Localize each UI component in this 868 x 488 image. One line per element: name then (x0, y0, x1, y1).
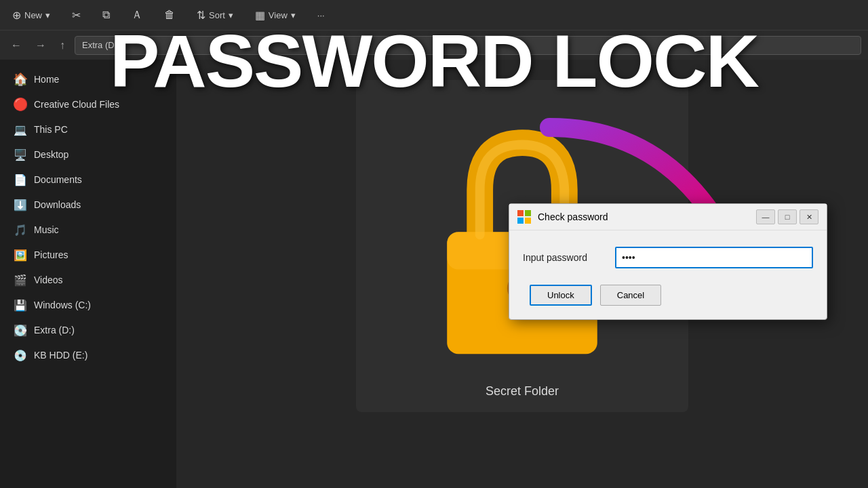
sidebar-label-this-pc: This PC (34, 124, 68, 135)
extra-d-icon: 💽 (14, 323, 27, 337)
sidebar-label-downloads: Downloads (34, 199, 81, 210)
cut-icon: ✂ (72, 9, 81, 22)
forward-button[interactable]: → (31, 37, 50, 54)
svg-rect-8 (525, 218, 531, 224)
sidebar-item-videos[interactable]: 🎬 Videos (3, 268, 174, 292)
svg-rect-7 (517, 218, 524, 224)
sort-button[interactable]: ⇅ Sort ▾ (191, 6, 239, 24)
sidebar-item-music[interactable]: 🎵 Music (3, 218, 174, 242)
view-icon: ▦ (255, 9, 265, 22)
sidebar-label-home: Home (34, 74, 59, 85)
dialog-body: Input password Unlock Cancel (509, 230, 827, 319)
new-icon: ⊕ (12, 9, 21, 22)
sidebar-label-extra-d: Extra (D:) (34, 325, 75, 336)
sidebar-item-desktop[interactable]: 🖥️ Desktop (3, 142, 174, 167)
password-input[interactable] (615, 247, 813, 268)
svg-rect-6 (525, 210, 531, 216)
this-pc-icon: 💻 (14, 123, 27, 136)
sidebar-label-videos: Videos (34, 274, 63, 285)
password-label: Input password (523, 252, 604, 263)
sidebar-item-this-pc[interactable]: 💻 This PC (3, 117, 174, 142)
sidebar-item-windows-c[interactable]: 💾 Windows (C:) (3, 293, 174, 317)
dialog-controls: — □ ✕ (756, 209, 818, 224)
cancel-button[interactable]: Cancel (600, 285, 661, 306)
rename-button[interactable]: Ａ (126, 5, 148, 25)
dialog-restore-button[interactable]: □ (778, 209, 797, 224)
creative-cloud-icon: 🔴 (14, 98, 27, 111)
home-icon: 🏠 (14, 73, 27, 86)
dialog-app-icon (517, 210, 531, 224)
documents-icon: 📄 (14, 173, 27, 186)
downloads-icon: ⬇️ (14, 198, 27, 211)
delete-button[interactable]: 🗑 (159, 6, 180, 24)
view-button[interactable]: ▦ View ▾ (250, 6, 301, 24)
sidebar-item-documents[interactable]: 📄 Documents (3, 167, 174, 192)
sidebar-label-kb-hdd: KB HDD (E:) (34, 350, 87, 361)
unlock-button[interactable]: Unlock (530, 285, 592, 306)
sidebar-item-extra-d[interactable]: 💽 Extra (D:) (3, 318, 174, 342)
sidebar: 🏠 Home 🔴 Creative Cloud Files 💻 This PC … (0, 60, 176, 488)
sidebar-label-windows-c: Windows (C:) (34, 300, 91, 310)
dialog-close-button[interactable]: ✕ (800, 209, 818, 224)
svg-rect-5 (517, 210, 524, 216)
dialog-minimize-button[interactable]: — (756, 209, 775, 224)
more-button[interactable]: ··· (312, 7, 330, 23)
kb-hdd-icon: 💿 (14, 348, 27, 362)
up-button[interactable]: ↑ (56, 37, 69, 54)
sidebar-item-downloads[interactable]: ⬇️ Downloads (3, 192, 174, 217)
copy-button[interactable]: ⧉ (97, 6, 115, 24)
desktop-icon: 🖥️ (14, 148, 27, 161)
new-button[interactable]: ⊕ New ▾ (7, 6, 56, 24)
rename-icon: Ａ (132, 8, 142, 22)
dialog-titlebar: Check password — □ ✕ (509, 204, 827, 230)
folder-label: Secret Folder (486, 384, 559, 399)
sidebar-item-pictures[interactable]: 🖼️ Pictures (3, 243, 174, 267)
sort-icon: ⇅ (197, 9, 205, 22)
sidebar-item-home[interactable]: 🏠 Home (3, 67, 174, 92)
sidebar-label-pictures: Pictures (34, 249, 68, 260)
sidebar-label-creative-cloud: Creative Cloud Files (34, 99, 119, 110)
windows-c-icon: 💾 (14, 298, 27, 312)
dialog-title: Check password (538, 211, 749, 222)
check-password-dialog: Check password — □ ✕ Input password Unlo… (509, 203, 827, 320)
pictures-icon: 🖼️ (14, 248, 27, 262)
videos-icon: 🎬 (14, 273, 27, 287)
sidebar-label-desktop: Desktop (34, 149, 68, 160)
sidebar-item-creative-cloud[interactable]: 🔴 Creative Cloud Files (3, 92, 174, 117)
sidebar-label-documents: Documents (34, 174, 82, 185)
password-row: Input password (523, 247, 813, 268)
address-input[interactable] (75, 36, 861, 55)
address-bar-row: ← → ↑ (0, 30, 868, 60)
sidebar-label-music: Music (34, 224, 59, 235)
dialog-buttons: Unlock Cancel (523, 285, 813, 306)
sidebar-item-kb-hdd[interactable]: 💿 KB HDD (E:) (3, 343, 174, 367)
music-icon: 🎵 (14, 223, 27, 237)
delete-icon: 🗑 (164, 9, 175, 21)
toolbar: ⊕ New ▾ ✂ ⧉ Ａ 🗑 ⇅ Sort ▾ ▦ View ▾ ··· (0, 0, 868, 30)
cut-button[interactable]: ✂ (66, 6, 86, 24)
copy-icon: ⧉ (102, 9, 110, 21)
back-button[interactable]: ← (7, 37, 26, 54)
